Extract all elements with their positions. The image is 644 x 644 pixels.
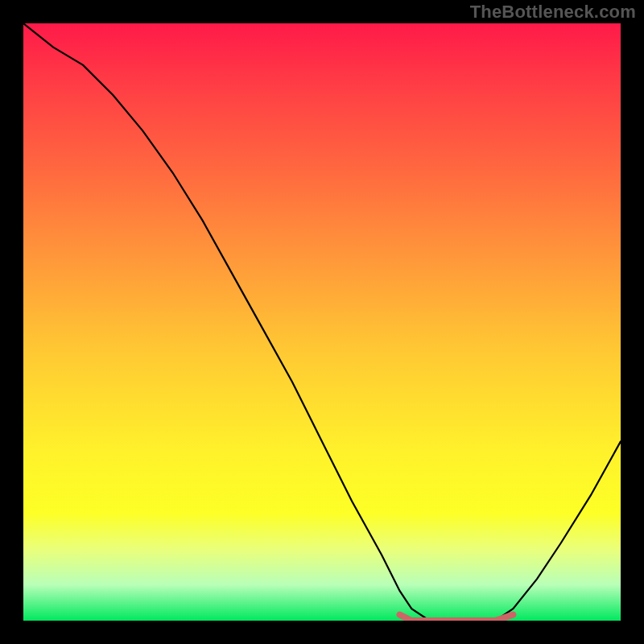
attribution-label: TheBottleneck.com bbox=[470, 2, 636, 23]
bottleneck-curve-path bbox=[23, 23, 621, 621]
plot-area bbox=[23, 23, 621, 621]
chart-frame: TheBottleneck.com bbox=[0, 0, 644, 644]
curve-overlay bbox=[23, 23, 621, 621]
optimal-range-marker-path bbox=[400, 615, 514, 621]
